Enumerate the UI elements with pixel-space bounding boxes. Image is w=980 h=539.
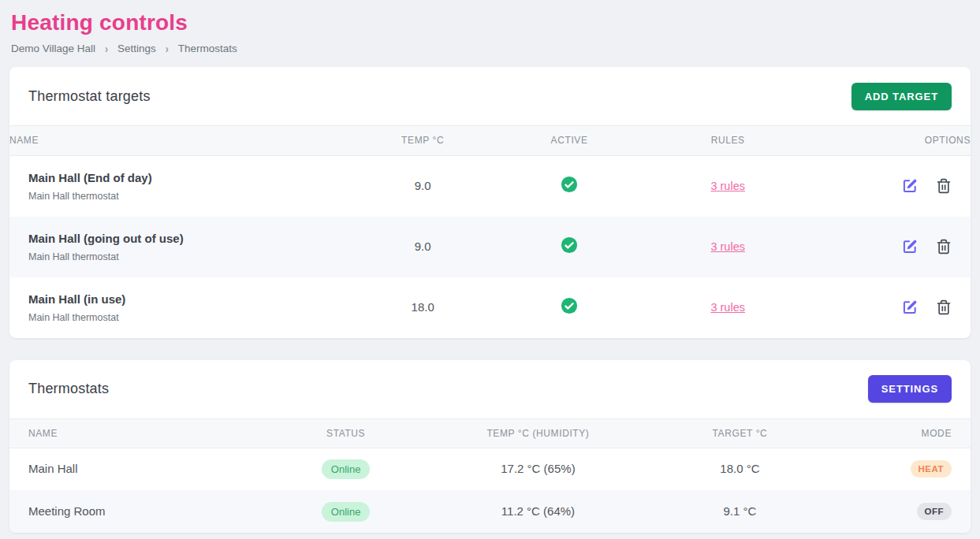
target-row: Main Hall (End of day) Main Hall thermos… — [9, 156, 971, 217]
column-header-name: NAME — [9, 418, 298, 448]
target-temp-value: 18.0 — [412, 300, 434, 314]
target-temp-value: 9.0 — [415, 240, 431, 253]
thermostat-targets-card: Thermostat targets ADD TARGET NAME TEMP … — [9, 67, 971, 338]
thermostat-name: Meeting Room — [28, 504, 106, 518]
target-name: Main Hall (End of day) — [28, 171, 356, 184]
target-thermostat-label: Main Hall thermostat — [28, 312, 356, 323]
column-header-mode: MODE — [798, 418, 971, 448]
breadcrumb-item-site[interactable]: Demo Village Hall — [11, 43, 95, 54]
mode-badge: HEAT — [911, 460, 952, 478]
status-badge: Online — [322, 502, 371, 522]
trash-icon[interactable] — [936, 239, 952, 255]
column-header-active: ACTIVE — [490, 126, 649, 156]
thermostats-card-title: Thermostats — [28, 381, 109, 397]
thermostats-table: NAME STATUS TEMP °C (HUMIDITY) TARGET °C… — [9, 418, 971, 533]
column-header-options: OPTIONS — [807, 126, 971, 156]
target-temp-value: 9.1 °C — [724, 504, 757, 518]
targets-card-title: Thermostat targets — [28, 88, 151, 105]
trash-icon[interactable] — [936, 178, 952, 194]
column-header-name: NAME — [9, 126, 356, 156]
targets-table: NAME TEMP °C ACTIVE RULES OPTIONS Main H… — [9, 125, 971, 338]
thermostat-row: Main Hall Online 17.2 °C (65%) 18.0 °C H… — [9, 448, 971, 490]
column-header-temp: TEMP °C — [356, 126, 490, 156]
add-target-button[interactable]: ADD TARGET — [851, 83, 952, 110]
target-thermostat-label: Main Hall thermostat — [28, 191, 356, 202]
targets-table-header-row: NAME TEMP °C ACTIVE RULES OPTIONS — [9, 126, 971, 156]
page-header: Heating controls Demo Village Hall › Set… — [0, 0, 980, 67]
rules-link[interactable]: 3 rules — [710, 301, 745, 314]
targets-card-header: Thermostat targets ADD TARGET — [9, 67, 971, 125]
column-header-target: TARGET °C — [682, 418, 797, 448]
thermostat-row: Meeting Room Online 11.2 °C (64%) 9.1 °C… — [9, 490, 971, 533]
active-check-icon — [561, 297, 578, 314]
thermostats-table-header-row: NAME STATUS TEMP °C (HUMIDITY) TARGET °C… — [9, 418, 971, 448]
column-header-temp: TEMP °C (HUMIDITY) — [394, 418, 683, 448]
chevron-right-icon: › — [166, 42, 169, 54]
status-badge: Online — [322, 459, 371, 479]
edit-icon[interactable] — [902, 178, 918, 194]
edit-icon[interactable] — [902, 239, 918, 255]
target-thermostat-label: Main Hall thermostat — [28, 251, 356, 262]
thermostats-table-body: Main Hall Online 17.2 °C (65%) 18.0 °C H… — [9, 448, 971, 533]
trash-icon[interactable] — [936, 299, 952, 315]
thermostats-card: Thermostats SETTINGS NAME STATUS TEMP °C… — [9, 360, 971, 533]
target-name: Main Hall (going out of use) — [28, 232, 356, 245]
temp-humidity-value: 11.2 °C (64%) — [501, 504, 575, 518]
column-header-status: STATUS — [298, 418, 394, 448]
page-title: Heating controls — [11, 10, 969, 35]
thermostats-card-header: Thermostats SETTINGS — [9, 360, 971, 418]
edit-icon[interactable] — [902, 299, 918, 315]
target-row: Main Hall (in use) Main Hall thermostat … — [9, 277, 971, 338]
chevron-right-icon: › — [105, 42, 108, 54]
breadcrumb-item-settings[interactable]: Settings — [117, 43, 156, 54]
target-name: Main Hall (in use) — [28, 292, 356, 306]
target-row: Main Hall (going out of use) Main Hall t… — [9, 217, 971, 277]
thermostat-name: Main Hall — [28, 462, 78, 475]
temp-humidity-value: 17.2 °C (65%) — [501, 462, 575, 475]
active-check-icon — [561, 236, 578, 254]
mode-badge: OFF — [917, 503, 952, 520]
active-check-icon — [561, 176, 578, 193]
column-header-rules: RULES — [649, 126, 807, 156]
target-temp-value: 18.0 °C — [720, 462, 759, 475]
breadcrumb: Demo Village Hall › Settings › Thermosta… — [11, 43, 969, 54]
settings-button[interactable]: SETTINGS — [868, 375, 952, 403]
rules-link[interactable]: 3 rules — [710, 180, 745, 192]
targets-table-body: Main Hall (End of day) Main Hall thermos… — [9, 156, 971, 338]
target-temp-value: 9.0 — [415, 179, 431, 192]
rules-link[interactable]: 3 rules — [710, 240, 745, 253]
breadcrumb-item-thermostats[interactable]: Thermostats — [178, 43, 237, 54]
